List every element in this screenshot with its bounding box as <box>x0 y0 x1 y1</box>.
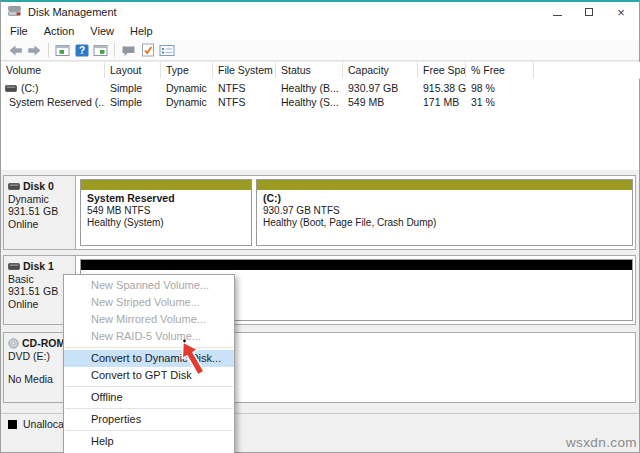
capacity-cell: 549 MB <box>343 95 418 109</box>
menu-item-new-striped[interactable]: New Striped Volume... <box>64 294 234 311</box>
menu-view[interactable]: View <box>82 23 122 39</box>
status-cell: Healthy (B... <box>276 81 343 95</box>
window-title: Disk Management <box>28 6 117 18</box>
help-icon[interactable]: ? <box>73 42 90 58</box>
column-header-filesystem[interactable]: File System <box>213 62 276 79</box>
menu-item-help[interactable]: Help <box>64 433 234 450</box>
red-arrow-cursor <box>169 338 217 392</box>
toolbar: ? <box>1 40 639 61</box>
window-controls: × <box>541 2 637 22</box>
drive-icon <box>5 85 17 92</box>
column-header-freespace[interactable]: Free Spa... <box>418 62 466 79</box>
callout-icon[interactable] <box>120 42 137 58</box>
menu-separator <box>65 430 233 431</box>
column-header-blank <box>534 62 640 79</box>
column-header-volume[interactable]: Volume <box>1 62 105 79</box>
column-header-pctfree[interactable]: % Free <box>466 62 534 79</box>
cdrom-drive: DVD (E:) <box>8 350 71 363</box>
cdrom-media: No Media <box>8 373 71 386</box>
disk-icon <box>8 263 20 270</box>
menu-item-new-mirrored[interactable]: New Mirrored Volume... <box>64 311 234 328</box>
disk1-kind: Basic <box>8 273 71 286</box>
disk0-state: Online <box>8 218 71 231</box>
unallocated-swatch <box>8 420 17 429</box>
column-header-type[interactable]: Type <box>161 62 213 79</box>
pctfree-cell: 31 % <box>466 95 534 109</box>
unallocated-stripe <box>81 260 632 270</box>
disk1-size: 931.51 GB <box>8 285 71 298</box>
partition-system-reserved[interactable]: System Reserved 549 MB NTFS Healthy (Sys… <box>80 179 252 246</box>
volume-list-header: Volume Layout Type File System Status Ca… <box>1 61 639 78</box>
capacity-cell: 930.97 GB <box>343 81 418 95</box>
freespace-cell: 915.38 GB <box>418 81 466 95</box>
type-cell: Dynamic <box>161 81 213 95</box>
menu-file[interactable]: File <box>2 23 36 39</box>
volume-color-stripe <box>257 180 632 190</box>
volume-cell: (C:) <box>1 81 105 95</box>
properties-icon[interactable] <box>158 42 175 58</box>
freespace-cell: 171 MB <box>418 95 466 109</box>
check-document-icon[interactable] <box>139 42 156 58</box>
disk-icon <box>8 183 20 190</box>
disk-management-window: Disk Management × File Action View Help <box>0 0 640 453</box>
close-icon: × <box>617 6 625 19</box>
type-cell: Dynamic <box>161 95 213 109</box>
minimize-button[interactable] <box>541 2 573 22</box>
watermark: wsxdn.com <box>566 435 637 450</box>
show-console-tree-icon[interactable] <box>54 42 71 58</box>
volume-cell: System Reserved (... <box>1 95 105 109</box>
menu-action[interactable]: Action <box>36 23 83 39</box>
disk1-state: Online <box>8 298 71 311</box>
filesystem-cell: NTFS <box>213 95 276 109</box>
layout-cell: Simple <box>105 95 161 109</box>
status-cell: Healthy (S... <box>276 95 343 109</box>
menu-item-properties[interactable]: Properties <box>64 411 234 428</box>
maximize-icon <box>585 8 593 16</box>
menu-item-new-spanned[interactable]: New Spanned Volume... <box>64 277 234 294</box>
disk0-row: Disk 0 Dynamic 931.51 GB Online System R… <box>3 175 636 250</box>
pctfree-cell: 98 % <box>466 81 534 95</box>
partition-c[interactable]: (C:) 930.97 GB NTFS Healthy (Boot, Page … <box>256 179 633 246</box>
minimize-icon <box>553 15 562 16</box>
menu-separator <box>65 408 233 409</box>
column-header-status[interactable]: Status <box>276 62 343 79</box>
disk0-kind: Dynamic <box>8 193 71 206</box>
column-header-layout[interactable]: Layout <box>105 62 161 79</box>
volume-color-stripe <box>81 180 251 190</box>
column-header-capacity[interactable]: Capacity <box>343 62 418 79</box>
forward-icon[interactable] <box>26 42 43 58</box>
svg-text:?: ? <box>78 45 84 56</box>
app-icon <box>8 5 22 19</box>
back-icon[interactable] <box>7 42 24 58</box>
show-action-pane-icon[interactable] <box>92 42 109 58</box>
toolbar-separator <box>114 43 115 57</box>
cd-icon <box>8 338 19 349</box>
menu-help[interactable]: Help <box>122 23 161 39</box>
disk0-size: 931.51 GB <box>8 205 71 218</box>
close-button[interactable]: × <box>605 2 637 22</box>
maximize-button[interactable] <box>573 2 605 22</box>
toolbar-separator <box>48 43 49 57</box>
menu-bar: File Action View Help <box>1 22 639 40</box>
disk0-track: System Reserved 549 MB NTFS Healthy (Sys… <box>77 176 635 249</box>
table-row[interactable]: (C:) Simple Dynamic NTFS Healthy (B... 9… <box>1 81 639 95</box>
table-row[interactable]: System Reserved (... Simple Dynamic NTFS… <box>1 95 639 109</box>
layout-cell: Simple <box>105 81 161 95</box>
disk0-label[interactable]: Disk 0 Dynamic 931.51 GB Online <box>4 176 76 249</box>
volume-list: (C:) Simple Dynamic NTFS Healthy (B... 9… <box>1 78 639 170</box>
filesystem-cell: NTFS <box>213 81 276 95</box>
